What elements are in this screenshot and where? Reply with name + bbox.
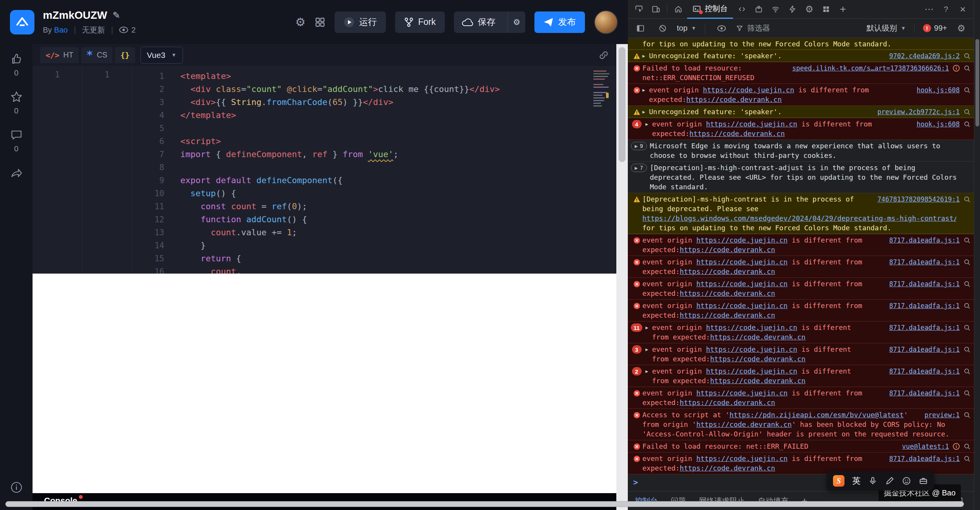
console-link[interactable]: https://code.devrank.cn xyxy=(696,420,792,428)
add-tab-icon[interactable]: + xyxy=(835,1,851,17)
tab-sources-icon[interactable] xyxy=(734,1,750,17)
console-link[interactable]: https://code.devrank.cn xyxy=(710,355,805,363)
console-link[interactable]: https://code.juejin.cn xyxy=(703,86,794,94)
log-level-selector[interactable]: 默认级别 ▼ xyxy=(866,23,906,33)
user-avatar[interactable] xyxy=(594,10,618,34)
console-link[interactable]: https://code.juejin.cn xyxy=(696,236,787,244)
console-link[interactable]: https://code.devrank.cn xyxy=(680,398,775,407)
console-link[interactable]: https://code.devrank.cn xyxy=(710,333,805,341)
console-message[interactable]: 3▶event origin https://code.juejin.cn is… xyxy=(628,343,974,365)
console-source-link[interactable]: 8717.da1eadfa.js:1 xyxy=(889,301,960,310)
console-link[interactable]: https://code.juejin.cn xyxy=(706,323,797,331)
handwriting-pen-icon[interactable] xyxy=(885,476,894,485)
console-source-link[interactable]: preview:1 xyxy=(924,410,960,420)
console-link[interactable]: https://code.devrank.cn xyxy=(710,377,805,385)
console-link[interactable]: https://code.juejin.cn xyxy=(706,345,797,353)
tab-css[interactable]: * CS xyxy=(81,47,113,63)
console-source-link[interactable]: 8717.da1eadfa.js:1 xyxy=(889,454,960,463)
author-link[interactable]: Bao xyxy=(54,26,68,34)
console-source-link[interactable]: 8717.da1eadfa.js:1 xyxy=(889,279,960,289)
code-lines[interactable]: <template> <div class="count" @click="ad… xyxy=(174,70,616,274)
group-count-badge[interactable]: ▶9 xyxy=(631,142,647,150)
console-link[interactable]: https://code.juejin.cn xyxy=(696,302,787,310)
search-similar-icon[interactable] xyxy=(964,121,971,128)
help-icon[interactable]: ? xyxy=(938,1,954,17)
tab-more-tools-grid-icon[interactable] xyxy=(818,1,834,17)
sogou-ime-logo[interactable]: S xyxy=(833,475,844,487)
console-link[interactable]: https://code.juejin.cn xyxy=(696,389,787,397)
console-message[interactable]: event origin https://code.juejin.cn is d… xyxy=(628,278,974,300)
search-similar-icon[interactable] xyxy=(964,443,971,450)
console-link[interactable]: https://code.devrank.cn xyxy=(680,464,775,472)
expand-chevron-icon[interactable]: ▶ xyxy=(642,107,649,115)
ime-language-mode[interactable]: 英 xyxy=(852,475,861,487)
search-similar-icon[interactable] xyxy=(964,108,971,116)
layout-grid-icon[interactable] xyxy=(315,17,325,28)
star-button[interactable]: 0 xyxy=(10,90,23,115)
console-source-link[interactable]: 9702.c4eda269.js:2 xyxy=(889,51,960,61)
console-message[interactable]: [Deprecation]-ms-high-contrast is in the… xyxy=(628,193,974,234)
microphone-icon[interactable] xyxy=(868,476,877,485)
emoji-icon[interactable] xyxy=(902,476,911,485)
settings-gear-icon[interactable]: ⚙ xyxy=(295,16,305,28)
expand-chevron-icon[interactable]: ▶ xyxy=(645,119,652,127)
save-settings-gear-icon[interactable]: ⚙ xyxy=(508,11,525,33)
console-message[interactable]: 11▶event origin https://code.juejin.cn i… xyxy=(628,321,974,343)
device-toolbar-icon[interactable] xyxy=(648,1,664,17)
minimap[interactable] xyxy=(593,69,610,108)
console-message[interactable]: event origin https://code.juejin.cn is d… xyxy=(628,256,974,278)
search-similar-icon[interactable] xyxy=(964,87,971,94)
console-link[interactable]: https://code.devrank.cn xyxy=(680,246,775,254)
console-message[interactable]: ▶Unrecognized feature: 'speaker'.9702.c4… xyxy=(628,50,974,62)
page-scrollbar-thumb[interactable] xyxy=(619,47,626,162)
console-link[interactable]: https://code.devrank.cn xyxy=(686,95,782,103)
console-link[interactable]: https://code.devrank.cn xyxy=(680,311,775,319)
search-similar-icon[interactable] xyxy=(964,65,971,72)
console-link[interactable]: https://code.juejin.cn xyxy=(696,280,787,288)
tab-performance-icon[interactable] xyxy=(784,1,800,17)
console-sidebar-toggle-icon[interactable] xyxy=(632,20,648,36)
console-source-link[interactable]: 8717.da1eadfa.js:1 xyxy=(889,367,960,376)
console-source-link[interactable]: speed.ilink-tk.com/s…art=1738736366626:1 xyxy=(792,64,949,73)
issues-counter[interactable]: ! 99+ xyxy=(923,24,947,33)
search-similar-icon[interactable] xyxy=(964,237,971,244)
console-link[interactable]: https://code.devrank.cn xyxy=(680,267,775,275)
share-link-icon[interactable] xyxy=(599,50,609,60)
console-message[interactable]: ▶event origin https://code.juejin.cn is … xyxy=(628,84,974,106)
save-button[interactable]: 保存 ⚙ xyxy=(454,11,525,33)
ime-toolbar[interactable]: S 英 xyxy=(827,471,934,490)
console-message[interactable]: for tips on updating to the new Forced C… xyxy=(628,38,974,50)
console-source-link[interactable]: 8717.da1eadfa.js:1 xyxy=(889,389,960,398)
tab-network-icon[interactable] xyxy=(768,1,784,17)
expand-chevron-icon[interactable]: ▶ xyxy=(645,366,652,374)
search-similar-icon[interactable] xyxy=(964,52,971,60)
console-link[interactable]: https://code.juejin.cn xyxy=(696,454,787,462)
like-button[interactable]: 0 xyxy=(10,52,23,77)
preview-pane[interactable] xyxy=(33,274,616,493)
window-horizontal-scrollbar-thumb[interactable] xyxy=(5,501,964,507)
search-similar-icon[interactable] xyxy=(964,324,971,331)
console-link[interactable]: https://blogs.windows.com/msedgedev/2024… xyxy=(642,214,956,222)
console-message[interactable]: Access to script at 'https://pdn.zijieap… xyxy=(628,409,974,440)
console-link[interactable]: https://code.devrank.cn xyxy=(680,289,775,297)
context-selector[interactable]: top ▼ xyxy=(677,24,696,33)
expand-chevron-icon[interactable]: ▶ xyxy=(645,323,652,330)
run-button[interactable]: 运行 xyxy=(335,11,386,33)
tab-settings-gear-icon[interactable]: ⚙ xyxy=(801,1,817,17)
share-button[interactable] xyxy=(10,166,23,179)
tab-html[interactable]: </> HT xyxy=(40,47,79,63)
console-scrollbar-thumb[interactable] xyxy=(975,39,979,126)
live-expression-eye-icon[interactable] xyxy=(714,20,730,36)
clear-console-icon[interactable] xyxy=(655,20,671,36)
expand-chevron-icon[interactable]: ▶ xyxy=(645,344,652,352)
tab-console[interactable]: 控制台 xyxy=(687,0,733,19)
console-source-link[interactable]: hook.js:608 xyxy=(916,120,960,129)
search-similar-icon[interactable] xyxy=(964,280,971,288)
console-link[interactable]: https://pdn.zijieapi.com/esm/bv/vue@late… xyxy=(730,411,904,419)
search-similar-icon[interactable] xyxy=(964,259,971,266)
console-message[interactable]: 2▶event origin https://code.juejin.cn is… xyxy=(628,365,974,387)
console-settings-gear-icon[interactable]: ⚙ xyxy=(953,20,969,36)
search-similar-icon[interactable] xyxy=(964,346,971,353)
search-similar-icon[interactable] xyxy=(964,302,971,310)
console-link[interactable]: https://code.juejin.cn xyxy=(706,367,797,375)
